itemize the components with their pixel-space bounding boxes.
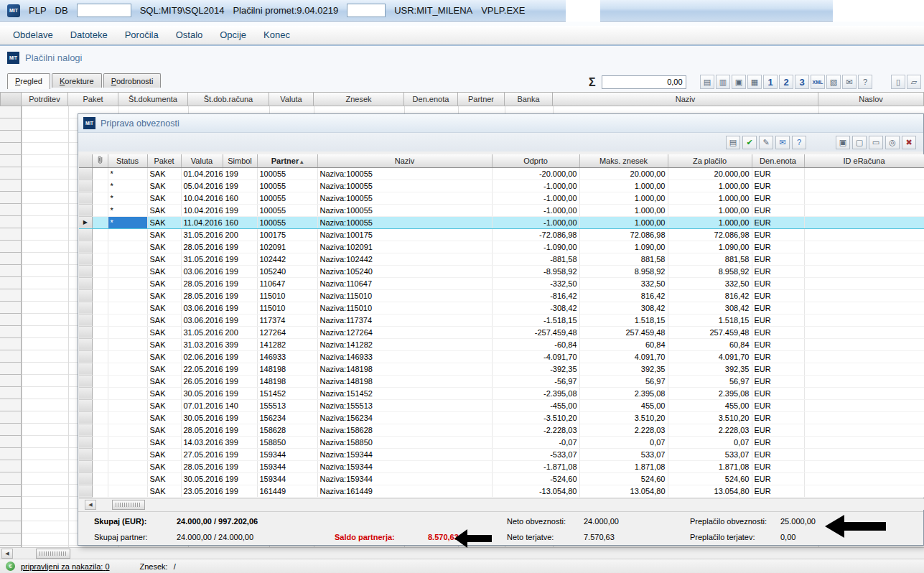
cell[interactable] — [108, 289, 147, 302]
cell[interactable]: 199 — [223, 375, 257, 387]
cell[interactable]: 10.04.2016 — [181, 204, 223, 216]
cell[interactable] — [804, 216, 924, 228]
chat-icon[interactable]: ✉ — [775, 136, 790, 149]
cell[interactable]: 2.228,03 — [668, 424, 752, 436]
cell-attachment[interactable] — [92, 302, 108, 314]
cell[interactable]: 1.871,08 — [579, 460, 668, 472]
search-icon[interactable]: ◎ — [885, 136, 900, 149]
table-horizontal-scrollbar[interactable]: ◀ — [79, 498, 924, 510]
cell[interactable]: SAK — [147, 436, 181, 448]
cell[interactable]: -20.000,00 — [492, 167, 579, 180]
cell[interactable]: EUR — [752, 204, 804, 216]
cell[interactable]: 05.04.2016 — [181, 180, 223, 192]
cell[interactable]: 151452 — [257, 387, 317, 399]
cell-attachment[interactable] — [92, 399, 108, 411]
menu-item-obdelave[interactable]: Obdelave — [4, 27, 62, 43]
cell[interactable]: Naziva:100055 — [317, 216, 492, 228]
cell[interactable]: EUR — [752, 228, 804, 241]
cell[interactable]: 01.04.2016 — [181, 167, 223, 180]
menu-item-konec[interactable]: Konec — [255, 27, 299, 43]
cell[interactable]: -332,50 — [492, 277, 579, 289]
cell[interactable]: 199 — [223, 314, 257, 326]
cell[interactable]: 399 — [223, 436, 257, 448]
cell[interactable]: 28.05.2016 — [181, 424, 223, 436]
cell-attachment[interactable] — [92, 167, 108, 180]
cell[interactable]: 199 — [223, 460, 257, 472]
table-row[interactable]: SAK31.05.2016199102442Naziva:102442-881,… — [79, 253, 924, 265]
cell[interactable] — [804, 289, 924, 302]
cell[interactable]: 22.05.2016 — [181, 363, 223, 375]
cell[interactable]: 199 — [223, 241, 257, 253]
cell[interactable]: 100175 — [257, 228, 317, 241]
cell[interactable]: * — [108, 204, 147, 216]
cell[interactable]: Naziva:115010 — [317, 302, 492, 314]
cell[interactable]: EUR — [752, 485, 804, 497]
cell[interactable] — [108, 375, 147, 387]
cell[interactable] — [108, 241, 147, 253]
cell-attachment[interactable] — [92, 363, 108, 375]
cell[interactable]: -1.090,00 — [492, 241, 579, 253]
cell[interactable]: 308,42 — [579, 302, 668, 314]
cell[interactable]: 881,58 — [579, 253, 668, 265]
cell[interactable]: 392,35 — [579, 363, 668, 375]
column-header-naziv[interactable]: Naziv — [553, 92, 818, 106]
session-input[interactable] — [347, 4, 386, 17]
cell[interactable]: 100055 — [257, 180, 317, 192]
cell[interactable] — [108, 326, 147, 338]
column-header-t-dokumenta[interactable]: Št.dokumenta — [118, 92, 188, 106]
cell[interactable]: SAK — [147, 363, 181, 375]
copy-icon[interactable]: ▣ — [836, 136, 850, 149]
table-row[interactable]: *SAK10.04.2016160100055Naziva:100055-1.0… — [79, 192, 924, 204]
cell-attachment[interactable] — [92, 424, 108, 436]
cell[interactable]: SAK — [147, 204, 181, 216]
cell[interactable]: 1.090,00 — [668, 241, 752, 253]
cell[interactable]: 148198 — [257, 375, 317, 387]
cell[interactable]: 199 — [223, 485, 257, 497]
cell[interactable]: SAK — [147, 180, 181, 192]
cell[interactable]: 199 — [223, 363, 257, 375]
table-row[interactable]: SAK23.05.2016199161449Naziva:161449-13.0… — [79, 485, 924, 497]
cell[interactable]: 100055 — [257, 216, 317, 228]
cell[interactable]: EUR — [752, 411, 804, 424]
cell[interactable]: Naziva:102091 — [317, 241, 492, 253]
cell[interactable] — [108, 228, 147, 241]
column-header-t-dob-ra-una[interactable]: Št.dob.računa — [188, 92, 269, 106]
cell-attachment[interactable] — [92, 216, 108, 228]
cell[interactable]: 31.05.2016 — [181, 253, 223, 265]
cell[interactable]: -2.395,08 — [492, 387, 579, 399]
cell[interactable]: SAK — [147, 228, 181, 241]
cell[interactable]: 1.518,15 — [579, 314, 668, 326]
cell-attachment[interactable] — [92, 460, 108, 472]
cell[interactable]: -533,07 — [492, 448, 579, 460]
cell[interactable] — [108, 302, 147, 314]
cell[interactable] — [108, 472, 147, 485]
cell[interactable] — [804, 472, 924, 485]
cell[interactable]: 199 — [223, 350, 257, 363]
cell[interactable]: 140 — [223, 399, 257, 411]
cell[interactable]: SAK — [147, 485, 181, 497]
cell[interactable]: -1.000,00 — [492, 204, 579, 216]
scroll-thumb[interactable] — [112, 500, 145, 510]
cell[interactable]: 257.459,48 — [668, 326, 752, 338]
cell[interactable]: SAK — [147, 241, 181, 253]
cell[interactable]: Naziva:100055 — [317, 180, 492, 192]
cell[interactable]: 115010 — [257, 302, 317, 314]
table-row[interactable]: SAK27.05.2016199159344Naziva:159344-533,… — [79, 448, 924, 460]
cell[interactable]: 199 — [223, 472, 257, 485]
table-row[interactable]: SAK03.06.2016199117374Naziva:117374-1.51… — [79, 314, 924, 326]
cell[interactable]: -524,60 — [492, 472, 579, 485]
cell[interactable]: EUR — [752, 216, 804, 228]
view-3-icon[interactable]: 3 — [795, 75, 809, 89]
cell[interactable]: 156234 — [257, 411, 317, 424]
cell-attachment[interactable] — [92, 350, 108, 363]
cell[interactable]: 1.000,00 — [579, 180, 668, 192]
window-icon[interactable]: ▯ — [891, 75, 905, 89]
scroll-left-button[interactable]: ◀ — [85, 500, 96, 510]
cell[interactable] — [108, 448, 147, 460]
help-icon[interactable]: ? — [858, 75, 872, 89]
cell[interactable]: EUR — [752, 338, 804, 350]
cell[interactable]: 455,00 — [668, 399, 752, 411]
cell[interactable]: 199 — [223, 387, 257, 399]
cell[interactable]: EUR — [752, 192, 804, 204]
cell[interactable] — [804, 424, 924, 436]
